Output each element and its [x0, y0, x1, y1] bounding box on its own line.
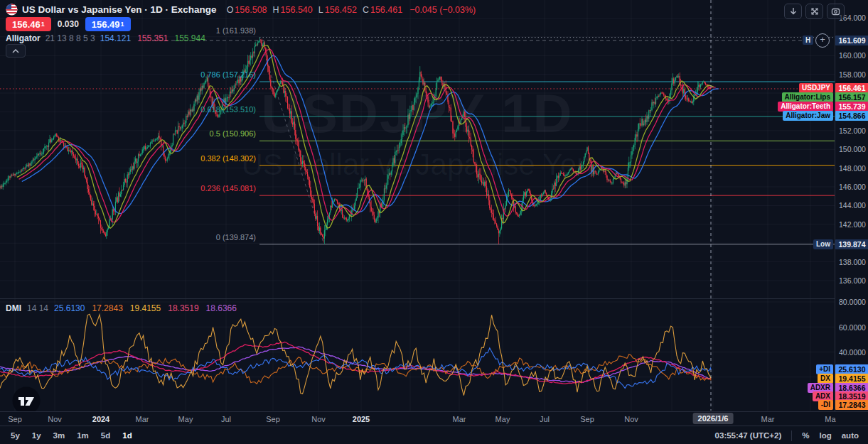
price-label-box: 161.609 — [835, 36, 868, 45]
time-label[interactable]: Sep — [266, 415, 280, 423]
series-tag: USDJPY — [799, 83, 833, 93]
price-label-box: 25.6130 — [835, 364, 868, 374]
us-flag-icon — [6, 4, 18, 16]
price-tick: 146.000 — [839, 183, 866, 191]
range-button-5d[interactable]: 5d — [101, 431, 110, 440]
legend-collapse-button[interactable] — [6, 44, 26, 58]
ohlc-value: 156.461 — [370, 5, 402, 15]
price-chart-canvas[interactable] — [0, 0, 835, 411]
dmi-tick: 60.0000 — [839, 323, 866, 332]
spread-value: 0.030 — [58, 19, 79, 29]
scale-button-auto[interactable]: auto — [842, 431, 859, 440]
range-button-5y[interactable]: 5y — [11, 431, 20, 440]
time-label[interactable]: 2024 — [92, 415, 109, 423]
ohlc-key: H — [273, 5, 279, 15]
price-tick: 152.000 — [839, 126, 866, 135]
time-label[interactable]: Mar — [761, 415, 775, 423]
price-label-box: 156.461 — [835, 83, 868, 93]
sell-button[interactable]: 156.461 — [6, 17, 51, 31]
symbol-title[interactable]: US Dollar vs Japanise Yen · 1D · Exchang… — [22, 4, 217, 15]
price-label-box: 155.739 — [835, 102, 868, 112]
time-label[interactable]: May — [495, 415, 510, 423]
ohlc-key: C — [363, 5, 369, 15]
scroll-to-recent-button[interactable] — [784, 4, 802, 19]
ohlc-key: L — [318, 5, 323, 15]
pane-divider[interactable] — [0, 298, 868, 299]
scale-button-%[interactable]: % — [802, 431, 809, 440]
dmi-value: 19.4155 — [130, 303, 161, 313]
time-label[interactable]: Jul — [540, 415, 550, 423]
buy-price-fraction: 1 — [121, 21, 124, 28]
dmi-legend: DMI 14 14 25.613017.284319.415518.351918… — [6, 303, 237, 313]
time-label[interactable]: Mar — [453, 415, 466, 423]
dmi-name[interactable]: DMI — [6, 303, 21, 313]
buy-button[interactable]: 156.491 — [85, 17, 131, 31]
ohlc-value: 156.452 — [325, 5, 357, 15]
change-value: −0.045 (−0.03%) — [409, 5, 476, 15]
series-tag: Alligator:Lips — [782, 92, 833, 102]
price-tick: 148.000 — [839, 164, 866, 173]
date-range-buttons: 5y1y3m1m5d1d — [0, 431, 132, 440]
time-label[interactable]: May — [178, 415, 193, 423]
dmi-params: 14 14 — [27, 303, 48, 313]
buy-price: 156.49 — [92, 19, 120, 30]
ohlc-values: O156.508H156.540L156.452C156.461 — [227, 5, 403, 15]
fib-level-label: 0.382 (148.302) — [142, 154, 256, 163]
price-tick: 150.000 — [839, 145, 866, 153]
sell-price-fraction: 1 — [41, 21, 45, 28]
fib-level-label: 0.236 (145.081) — [142, 184, 256, 193]
clock[interactable]: 03:55:47 (UTC+2) — [715, 431, 782, 440]
maximize-pane-button[interactable] — [805, 4, 823, 19]
time-label[interactable]: Nov — [624, 415, 638, 423]
screenshot-button[interactable] — [827, 4, 845, 19]
alligator-value: 155.351 — [137, 33, 168, 43]
time-label[interactable]: Jul — [221, 415, 231, 423]
fib-level-label: 0.786 (157.216) — [142, 70, 256, 79]
dmi-value: 25.6130 — [54, 303, 85, 313]
price-tick: 136.000 — [839, 276, 866, 285]
range-button-1d[interactable]: 1d — [122, 431, 132, 440]
time-label[interactable]: Mar — [136, 415, 149, 423]
arrow-down-icon — [789, 7, 798, 16]
time-label[interactable]: Sep — [8, 415, 22, 423]
ohlc-value: 156.540 — [281, 5, 313, 15]
series-tag: Alligator:Jaw — [783, 111, 833, 121]
range-button-1y[interactable]: 1y — [32, 431, 41, 440]
series-tag: -DI — [818, 400, 833, 410]
alligator-name[interactable]: Alligator — [6, 33, 41, 43]
time-label[interactable]: Ma — [825, 415, 835, 423]
series-tag: Alligator:Teeth — [778, 102, 833, 112]
alligator-value: 155.944 — [175, 33, 205, 43]
fib-level-label: 0 (139.874) — [142, 233, 256, 242]
time-label[interactable]: Nov — [48, 415, 62, 423]
chart-action-buttons — [784, 4, 845, 19]
price-tick: 160.000 — [839, 51, 866, 60]
price-label-box: 139.874 — [835, 239, 868, 249]
price-axis[interactable]: 164.000160.000158.000152.000150.000148.0… — [835, 0, 868, 411]
dmi-value: 17.2843 — [92, 303, 122, 313]
price-label-box: 154.866 — [835, 111, 868, 121]
alligator-legend: Alligator 21 13 8 8 5 3 154.121155.35115… — [6, 33, 205, 43]
time-label[interactable]: 2025 — [353, 415, 370, 423]
camera-icon — [831, 7, 840, 16]
price-tick: 144.000 — [839, 201, 866, 210]
symbol-header: US Dollar vs Japanise Yen · 1D · Exchang… — [6, 4, 476, 16]
range-button-1m[interactable]: 1m — [77, 431, 89, 440]
current-date-label[interactable]: 2026/1/6 — [693, 413, 734, 424]
dmi-value: 18.3519 — [168, 303, 198, 313]
scale-button-log[interactable]: log — [819, 431, 831, 440]
zoom-to-high-icon[interactable]: + — [815, 33, 830, 48]
range-button-3m[interactable]: 3m — [53, 431, 65, 440]
ohlc-value: 156.508 — [235, 5, 267, 15]
ohlc-key: O — [227, 5, 234, 15]
fib-level-label: 0.618 (153.510) — [142, 105, 256, 114]
quote-row: 156.461 0.030 156.491 — [6, 17, 131, 31]
series-tag: DX — [818, 374, 833, 384]
sell-price: 156.46 — [12, 19, 41, 30]
alligator-params: 21 13 8 8 5 3 — [45, 33, 95, 43]
time-axis[interactable]: SepNov2024MarMayJulSepNov2025MarMayJulSe… — [0, 411, 868, 426]
time-label[interactable]: Nov — [311, 415, 326, 423]
time-label[interactable]: Sep — [580, 415, 594, 423]
dmi-values: 25.613017.284319.415518.351918.6366 — [54, 303, 237, 313]
dmi-value: 18.6366 — [206, 303, 237, 313]
